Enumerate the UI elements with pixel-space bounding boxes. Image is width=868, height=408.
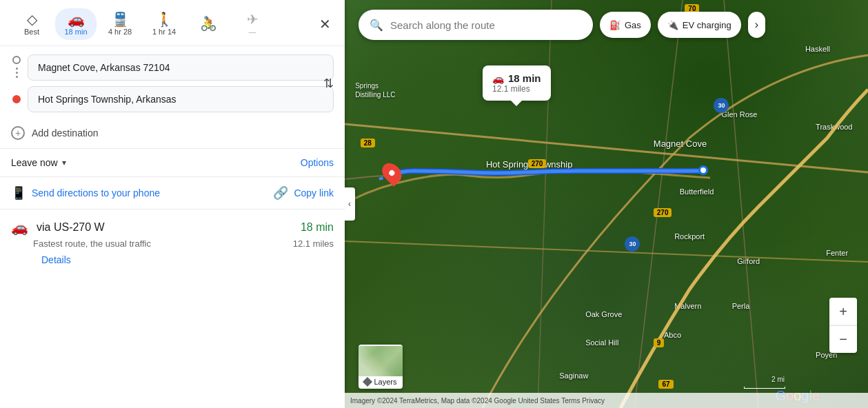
options-button[interactable]: Options [301, 157, 334, 168]
zoom-out-button[interactable]: − [829, 325, 857, 353]
add-destination-label: Add destination [32, 127, 99, 139]
route-car-icon: 🚗 [11, 219, 28, 236]
transit-icon: 🚆 [112, 12, 129, 26]
ev-label: EV charging [683, 20, 731, 30]
transport-mode-drive-label: 18 min [64, 28, 87, 36]
transport-mode-fly[interactable]: ✈ — [232, 8, 273, 40]
label-fenter: Fenter [826, 249, 848, 257]
badge-hwy9: 9 [654, 338, 665, 347]
destination-row [11, 86, 334, 112]
best-route-icon: ◇ [27, 12, 37, 26]
origin-row [11, 54, 334, 81]
tooltip-distance: 12.1 miles [492, 84, 541, 94]
tooltip-time: 18 min [508, 72, 541, 84]
ev-icon: 🔌 [667, 20, 678, 30]
transport-mode-bike[interactable]: 🚴 [188, 12, 229, 36]
label-perla: Perla [732, 302, 750, 310]
swap-button[interactable]: ⇅ [323, 76, 334, 91]
map-search-bar: 🔍 ⛽ Gas 🔌 EV charging › [359, 10, 854, 40]
label-abco: Abco [664, 331, 681, 339]
label-malvern: Malvern [674, 302, 701, 310]
dot-pin-shape [698, 165, 708, 175]
transport-mode-best-label: Best [24, 28, 39, 36]
transport-bar: ◇ Best 🚗 18 min 🚆 4 hr 28 🚶 1 hr 14 🚴 ✈ … [0, 0, 345, 46]
destination-dot [12, 95, 21, 103]
gas-filter-button[interactable]: ⛽ Gas [600, 12, 651, 38]
origin-pin [387, 162, 404, 184]
layers-preview [359, 346, 403, 376]
red-pin-shape [379, 159, 406, 187]
route-via: via US-270 W [37, 221, 105, 234]
label-butterfield: Butterfield [680, 187, 714, 196]
route-distance: 12.1 miles [293, 238, 334, 249]
leave-now-button[interactable]: Leave now ▾ [11, 157, 66, 168]
drive-icon: 🚗 [68, 12, 85, 26]
inputs-section: ⇅ [0, 46, 345, 121]
search-icon: 🔍 [370, 19, 383, 32]
map-bottom-bar: Imagery ©2024 TerraMetrics, Map data ©20… [345, 393, 868, 408]
details-link[interactable]: Details [11, 249, 334, 271]
collapse-sidebar-button[interactable]: ‹ [345, 187, 355, 221]
transport-mode-fly-label: — [249, 28, 256, 36]
label-gifford: Gifford [737, 257, 760, 265]
imagery-attribution: Imagery ©2024 TerraMetrics, Map data ©20… [350, 397, 605, 405]
destination-input[interactable] [28, 86, 334, 112]
svg-line-4 [345, 241, 868, 262]
svg-line-3 [345, 124, 868, 172]
leave-now-label: Leave now [11, 157, 58, 168]
svg-line-1 [724, 0, 758, 408]
badge-us270-mid: 270 [654, 208, 672, 217]
layers-label-wrap: Layers [364, 376, 396, 387]
add-destination-row[interactable]: + Add destination [0, 121, 345, 149]
close-button[interactable]: ✕ [316, 13, 334, 35]
send-label: Send directions to your phone [32, 187, 160, 198]
share-bar: 📱 Send directions to your phone 🔗 Copy l… [0, 177, 345, 210]
bike-icon: 🚴 [200, 17, 217, 30]
send-directions-button[interactable]: 📱 Send directions to your phone [11, 185, 160, 201]
route-header: 🚗 via US-270 W 18 min [11, 219, 334, 236]
label-social-hill: Social Hill [585, 338, 618, 347]
label-springs-distilling: SpringsDistilling LLC [355, 81, 395, 99]
zoom-in-button[interactable]: + [829, 298, 857, 325]
search-along-route-input[interactable] [390, 19, 582, 31]
transport-mode-best[interactable]: ◇ Best [11, 8, 52, 40]
label-traskwood: Traskwood [816, 123, 852, 131]
more-filters-button[interactable]: › [748, 12, 765, 38]
link-icon: 🔗 [273, 185, 288, 201]
collapse-icon: ‹ [348, 199, 351, 209]
label-oak-grove: Oak Grove [585, 310, 622, 318]
gas-icon: ⛽ [609, 20, 620, 30]
send-icon: 📱 [11, 185, 26, 201]
route-dots [16, 66, 18, 79]
layers-button[interactable]: Layers [359, 345, 403, 389]
label-magnet-cove: Magnet Cove [654, 139, 707, 149]
transport-mode-drive[interactable]: 🚗 18 min [55, 8, 97, 40]
transport-mode-transit[interactable]: 🚆 4 hr 28 [99, 8, 141, 40]
route-option[interactable]: 🚗 via US-270 W 18 min Fastest route, the… [0, 210, 345, 280]
route-time: 18 min [301, 221, 334, 234]
origin-input[interactable] [28, 54, 334, 81]
copy-link-button[interactable]: 🔗 Copy link [273, 185, 334, 201]
ev-charging-filter-button[interactable]: 🔌 EV charging [658, 12, 741, 38]
layers-diamond-icon [363, 377, 372, 387]
transport-mode-walk-label: 1 hr 14 [152, 28, 176, 36]
zoom-controls: + − [829, 298, 857, 353]
map-satellite-bg: Haskell Glen Rose Traskwood Butterfield … [345, 0, 868, 408]
label-rockport: Rockport [674, 232, 705, 241]
leave-options-bar: Leave now ▾ Options [0, 149, 345, 177]
route-tooltip: 🚗 18 min 12.1 miles [483, 65, 551, 101]
badge-hwy67: 67 [658, 380, 673, 389]
layers-label: Layers [374, 378, 396, 386]
transport-mode-walk[interactable]: 🚶 1 hr 14 [143, 8, 185, 40]
walk-icon: 🚶 [156, 12, 173, 26]
label-saginaw: Saginaw [559, 371, 588, 380]
fly-icon: ✈ [247, 12, 259, 26]
left-panel: ◇ Best 🚗 18 min 🚆 4 hr 28 🚶 1 hr 14 🚴 ✈ … [0, 0, 345, 408]
destination-pin [698, 165, 708, 175]
label-haskell: Haskell [805, 45, 830, 53]
transport-mode-transit-label: 4 hr 28 [108, 28, 132, 36]
tooltip-car-icon: 🚗 [492, 73, 504, 84]
badge-us270-rt: 270 [528, 159, 547, 168]
search-along-route-wrap[interactable]: 🔍 [359, 10, 593, 40]
more-icon: › [755, 19, 758, 31]
